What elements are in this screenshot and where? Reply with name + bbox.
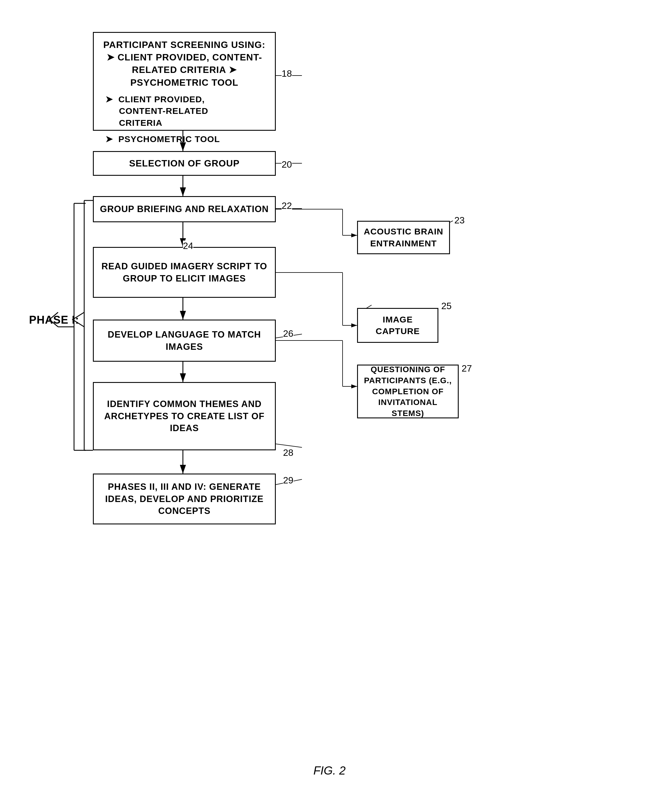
phases-2-4-label: PHASES II, III AND IV: GENERATE IDEAS, D…	[99, 481, 269, 517]
acoustic-label: ACOUSTIC BRAIN ENTRAINMENT	[364, 226, 443, 249]
label-27: 27	[462, 363, 472, 374]
screening-item2: ➤ PSYCHOMETRIC TOOL	[106, 133, 220, 145]
questioning-box: QUESTIONING OF PARTICIPANTS (E.G., COMPL…	[357, 365, 459, 419]
read-script-box: READ GUIDED IMAGERY SCRIPT TO GROUP TO E…	[93, 247, 276, 298]
develop-language-box: DEVELOP LANGUAGE TO MATCH IMAGES	[93, 319, 276, 362]
label-25: 25	[441, 301, 452, 311]
acoustic-box: ACOUSTIC BRAIN ENTRAINMENT	[357, 221, 450, 254]
fig-label: FIG. 2	[0, 764, 659, 777]
label-24: 24	[183, 240, 193, 251]
image-capture-box: IMAGE CAPTURE	[357, 308, 438, 343]
identify-themes-label: IDENTIFY COMMON THEMES AND ARCHETYPES TO…	[99, 398, 269, 434]
selection-label: SELECTION OF GROUP	[129, 157, 240, 170]
label-26: 26	[283, 328, 293, 339]
diagram-container: PARTICIPANT SCREENING USING: ➤ CLIENT PR…	[29, 17, 630, 773]
label-22: 22	[282, 201, 292, 211]
briefing-box: GROUP BRIEFING AND RELAXATION	[93, 196, 276, 222]
phases-2-4-box: PHASES II, III AND IV: GENERATE IDEAS, D…	[93, 474, 276, 524]
label-29: 29	[283, 475, 293, 486]
label-23: 23	[454, 215, 465, 226]
briefing-label: GROUP BRIEFING AND RELAXATION	[100, 203, 268, 215]
label-28: 28	[283, 447, 293, 458]
screening-item1: ➤ CLIENT PROVIDED, CONTENT-RELATED CRITE…	[106, 93, 208, 129]
phase-label: PHASE I:	[29, 314, 79, 326]
questioning-label: QUESTIONING OF PARTICIPANTS (E.G., COMPL…	[364, 364, 452, 419]
develop-language-label: DEVELOP LANGUAGE TO MATCH IMAGES	[99, 329, 269, 353]
label-20: 20	[282, 159, 292, 170]
read-script-label: READ GUIDED IMAGERY SCRIPT TO GROUP TO E…	[99, 260, 269, 285]
screening-title: PARTICIPANT SCREENING USING: ➤ CLIENT PR…	[102, 39, 266, 89]
label-18: 18	[282, 68, 292, 79]
identify-themes-box: IDENTIFY COMMON THEMES AND ARCHETYPES TO…	[93, 382, 276, 450]
selection-box: SELECTION OF GROUP	[93, 151, 276, 176]
screening-box: PARTICIPANT SCREENING USING: ➤ CLIENT PR…	[93, 32, 276, 131]
image-capture-label: IMAGE CAPTURE	[364, 314, 432, 337]
